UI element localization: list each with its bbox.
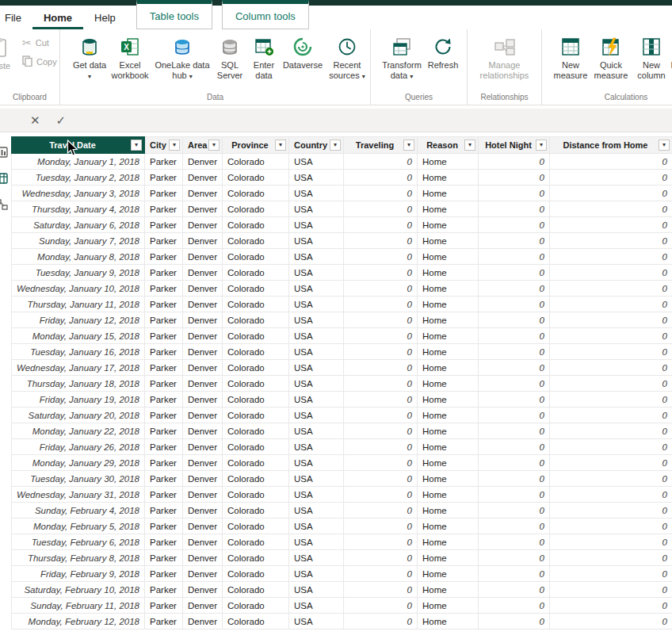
cell[interactable]: USA (289, 455, 344, 471)
cell[interactable]: 0 (550, 455, 672, 471)
cell[interactable]: Colorado (223, 170, 289, 186)
cell[interactable]: 0 (550, 201, 672, 217)
cell[interactable]: Home (418, 487, 479, 503)
cell[interactable]: 0 (479, 614, 550, 629)
cell[interactable]: 0 (344, 281, 418, 297)
dataverse-button[interactable]: Dataverse (281, 33, 325, 71)
cell[interactable]: Denver (183, 201, 223, 217)
cell[interactable]: Monday, January 22, 2018 (12, 423, 145, 439)
cell[interactable]: 0 (479, 439, 550, 455)
cell[interactable]: USA (289, 344, 344, 360)
cell[interactable]: USA (289, 408, 344, 423)
cell[interactable]: Sunday, February 4, 2018 (12, 503, 145, 518)
cell[interactable]: 0 (344, 582, 418, 598)
cell[interactable]: 0 (550, 233, 672, 249)
cell[interactable]: USA (289, 566, 344, 582)
cell[interactable]: Colorado (223, 344, 289, 360)
cell[interactable]: Parker (145, 328, 183, 344)
cell[interactable]: Parker (145, 249, 183, 265)
cell[interactable]: 0 (344, 598, 418, 614)
cell[interactable]: Thursday, January 18, 2018 (12, 376, 145, 392)
cell[interactable]: Denver (183, 281, 223, 297)
filter-dropdown-button[interactable]: ▾ (208, 140, 220, 151)
cell[interactable]: USA (289, 297, 344, 312)
cell[interactable]: 0 (550, 471, 672, 487)
cell[interactable]: Home (418, 297, 479, 312)
cell[interactable]: 0 (344, 297, 418, 312)
cell[interactable]: 0 (550, 312, 672, 328)
cell[interactable]: USA (289, 265, 344, 281)
cell[interactable]: Colorado (223, 487, 289, 503)
cell[interactable]: 0 (479, 582, 550, 598)
cell[interactable]: Colorado (223, 376, 289, 392)
cell[interactable]: Colorado (223, 439, 289, 455)
cell[interactable]: 0 (344, 614, 418, 629)
cell[interactable]: 0 (344, 186, 418, 201)
cell[interactable]: USA (289, 170, 344, 186)
cell[interactable]: 0 (550, 360, 672, 376)
cell[interactable]: 0 (344, 312, 418, 328)
cell[interactable]: USA (289, 312, 344, 328)
cell[interactable]: 0 (344, 154, 418, 170)
table-view-icon[interactable] (0, 173, 11, 187)
cell[interactable]: USA (289, 582, 344, 598)
cell[interactable]: 0 (479, 471, 550, 487)
transform-data-button[interactable]: Transform data ▾ (379, 33, 425, 80)
cell[interactable]: Colorado (223, 312, 289, 328)
cell[interactable]: 0 (344, 233, 418, 249)
cell[interactable]: Monday, January 29, 2018 (12, 455, 145, 471)
cell[interactable]: Home (418, 471, 479, 487)
cell[interactable]: Colorado (223, 265, 289, 281)
cell[interactable]: 0 (479, 455, 550, 471)
cell[interactable]: Monday, February 12, 2018 (12, 614, 145, 629)
cell[interactable]: USA (289, 249, 344, 265)
cell[interactable]: Parker (145, 566, 183, 582)
cell[interactable]: Denver (183, 518, 223, 534)
new-measure-button[interactable]: New measure (552, 33, 590, 80)
cell[interactable]: Colorado (223, 566, 289, 582)
cell[interactable]: 0 (550, 439, 672, 455)
cell[interactable]: USA (289, 534, 344, 550)
cell[interactable]: Thursday, January 11, 2018 (12, 297, 145, 312)
cell[interactable]: Saturday, January 6, 2018 (12, 217, 145, 233)
cell[interactable]: Denver (183, 471, 223, 487)
cell[interactable]: Home (418, 566, 479, 582)
cell[interactable]: 0 (550, 344, 672, 360)
cell[interactable]: Denver (183, 503, 223, 518)
cell[interactable]: Home (418, 265, 479, 281)
column-header-travel-date[interactable]: Travel Date▾ (12, 137, 145, 154)
cell[interactable]: Denver (183, 233, 223, 249)
cell[interactable]: Colorado (223, 233, 289, 249)
cell[interactable]: 0 (344, 550, 418, 566)
cell[interactable]: 0 (550, 328, 672, 344)
cell[interactable]: 0 (479, 344, 550, 360)
cell[interactable]: 0 (344, 455, 418, 471)
cell[interactable]: USA (289, 503, 344, 518)
cell[interactable]: 0 (550, 186, 672, 201)
cell[interactable]: Colorado (223, 614, 289, 629)
cell[interactable]: USA (289, 471, 344, 487)
cell[interactable]: 0 (550, 281, 672, 297)
cell[interactable]: USA (289, 614, 344, 629)
cell[interactable]: Home (418, 233, 479, 249)
cell[interactable]: Home (418, 550, 479, 566)
cell[interactable]: Parker (145, 265, 183, 281)
cell[interactable]: Denver (183, 154, 223, 170)
cell[interactable]: Colorado (223, 550, 289, 566)
cell[interactable]: Thursday, January 4, 2018 (12, 201, 145, 217)
cell[interactable]: Home (418, 503, 479, 518)
cell[interactable]: 0 (344, 534, 418, 550)
cell[interactable]: Parker (145, 582, 183, 598)
cell[interactable]: Tuesday, February 6, 2018 (12, 534, 145, 550)
cell[interactable]: USA (289, 439, 344, 455)
cell[interactable]: Home (418, 217, 479, 233)
cell[interactable]: Parker (145, 534, 183, 550)
cell[interactable]: Denver (183, 566, 223, 582)
enter-data-button[interactable]: Enter data (247, 33, 281, 80)
cell[interactable]: USA (289, 201, 344, 217)
cell[interactable]: Denver (183, 598, 223, 614)
cell[interactable]: Denver (183, 439, 223, 455)
cell[interactable]: Denver (183, 392, 223, 408)
cell[interactable]: Home (418, 376, 479, 392)
cell[interactable]: Denver (183, 344, 223, 360)
